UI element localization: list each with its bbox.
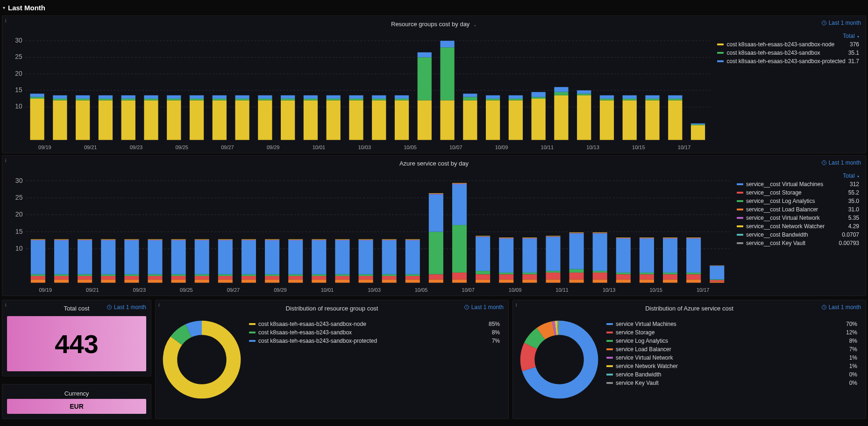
legend-item[interactable]: cost k8saas-teh-esaas-b243-sandbox35.1 xyxy=(715,49,861,57)
svg-rect-68 xyxy=(463,100,477,140)
legend-header[interactable]: Total ▾ xyxy=(735,172,861,180)
bar-chart[interactable]: 1015202530 xyxy=(7,32,711,144)
legend-item[interactable]: service Key Vault0% xyxy=(605,379,859,387)
svg-rect-227 xyxy=(476,274,490,279)
time-range-badge[interactable]: Last 1 month xyxy=(107,304,146,310)
svg-rect-189 xyxy=(312,239,326,239)
svg-rect-230 xyxy=(476,236,490,237)
legend-item[interactable]: service__cost Network Watcher4.29 xyxy=(735,222,861,231)
legend-item[interactable]: service Virtual Network1% xyxy=(605,354,859,362)
svg-rect-271 xyxy=(640,238,654,273)
svg-rect-266 xyxy=(616,238,631,238)
info-icon[interactable]: i xyxy=(5,18,6,23)
legend-label: service__cost Load Balancer xyxy=(746,206,846,213)
svg-rect-89 xyxy=(623,100,637,140)
clock-icon xyxy=(821,20,827,26)
svg-rect-150 xyxy=(171,274,186,276)
svg-rect-183 xyxy=(288,239,303,239)
legend-item[interactable]: cost k8saas-teh-esaas-b243-sandbox-prote… xyxy=(715,57,861,65)
svg-rect-155 xyxy=(195,276,209,279)
info-icon[interactable]: i xyxy=(516,302,517,308)
svg-rect-274 xyxy=(663,279,677,282)
x-tick-label: 10/15 xyxy=(633,287,680,293)
panel-title-text: Azure service cost by day xyxy=(399,160,469,167)
legend-label: service__cost Log Analytics xyxy=(746,198,846,204)
info-icon[interactable]: i xyxy=(5,158,6,163)
panel-title[interactable]: Resource groups cost by day ⌄ xyxy=(391,21,477,28)
svg-rect-26 xyxy=(144,100,158,140)
legend-item[interactable]: cost k8saas-teh-esaas-b243-sandbox-node3… xyxy=(715,40,861,49)
time-range-text: Last 1 month xyxy=(471,304,504,310)
legend-value: 12% xyxy=(846,329,857,336)
legend-label: service__cost Network Watcher xyxy=(746,223,846,230)
legend-label: service Log Analytics xyxy=(616,338,847,344)
legend-item[interactable]: service__cost Virtual Network5.35 xyxy=(735,214,861,222)
info-icon[interactable]: i xyxy=(5,302,6,308)
legend-item[interactable]: service__cost Virtual Machines312 xyxy=(735,180,861,188)
x-axis-labels: 09/1909/2109/2309/2509/2709/2910/0110/03… xyxy=(7,286,731,293)
legend-swatch xyxy=(717,43,724,45)
svg-rect-225 xyxy=(452,183,467,183)
time-range-badge[interactable]: Last 1 month xyxy=(821,159,861,166)
legend-item[interactable]: cost k8saas-teh-esaas-b243-sandbox-prote… xyxy=(247,337,502,345)
svg-rect-286 xyxy=(710,282,724,282)
svg-rect-125 xyxy=(78,276,92,279)
chevron-down-icon: ⌄ xyxy=(473,22,477,27)
svg-rect-144 xyxy=(148,274,162,276)
panel-distribution-azure-service: i Distribution of Azure service cost Las… xyxy=(512,300,866,419)
svg-rect-264 xyxy=(616,273,631,274)
svg-rect-25 xyxy=(121,95,135,99)
time-range-badge[interactable]: Last 1 month xyxy=(821,304,861,310)
legend-item[interactable]: service Bandwidth0% xyxy=(605,370,859,379)
legend-item[interactable]: service__cost Key Vault0.00793 xyxy=(735,239,861,247)
svg-rect-54 xyxy=(349,99,363,101)
legend-item[interactable]: service__cost Load Balancer31.0 xyxy=(735,205,861,214)
panel-currency: Currency EUR xyxy=(2,384,151,419)
svg-rect-60 xyxy=(395,99,409,101)
legend-item[interactable]: service Virtual Machines70% xyxy=(605,320,859,328)
svg-rect-86 xyxy=(600,100,614,140)
legend-item[interactable]: service Storage12% xyxy=(605,328,859,337)
svg-rect-220 xyxy=(452,279,467,282)
legend-item[interactable]: service Network Watcher1% xyxy=(605,362,859,370)
legend-value: 0.00793 xyxy=(839,240,859,246)
svg-rect-36 xyxy=(213,99,227,101)
time-range-badge[interactable]: Last 1 month xyxy=(821,20,861,26)
legend-item[interactable]: service__cost Storage55.2 xyxy=(735,188,861,197)
legend-swatch xyxy=(737,192,743,194)
svg-rect-210 xyxy=(406,274,420,276)
svg-rect-174 xyxy=(265,274,279,276)
svg-rect-208 xyxy=(406,279,420,282)
legend-item[interactable]: service Log Analytics8% xyxy=(605,337,859,345)
panel-title[interactable]: Azure service cost by day xyxy=(399,160,469,167)
bar-chart[interactable]: 1015202530 xyxy=(7,172,731,286)
svg-rect-69 xyxy=(463,97,477,100)
legend-item[interactable]: cost k8saas-teh-esaas-b243-sandbox-node8… xyxy=(247,320,502,328)
time-range-badge[interactable]: Last 1 month xyxy=(464,304,504,310)
legend-header[interactable]: Total ▾ xyxy=(715,32,861,40)
svg-rect-90 xyxy=(623,99,637,101)
svg-rect-280 xyxy=(686,279,701,282)
svg-rect-77 xyxy=(532,99,546,140)
svg-rect-11 xyxy=(30,99,44,140)
row-header-last-month[interactable]: ▾ Last Month xyxy=(2,2,866,14)
svg-rect-140 xyxy=(124,240,139,240)
svg-rect-16 xyxy=(53,95,67,99)
legend-item[interactable]: service__cost Log Analytics35.0 xyxy=(735,197,861,205)
svg-rect-267 xyxy=(616,238,631,238)
info-icon[interactable]: i xyxy=(158,302,159,308)
time-range-text: Last 1 month xyxy=(829,304,861,310)
svg-rect-39 xyxy=(235,99,249,101)
svg-rect-180 xyxy=(288,274,303,276)
svg-rect-244 xyxy=(546,279,560,282)
legend-label: cost k8saas-teh-esaas-b243-sandbox-node xyxy=(258,321,486,327)
legend-item[interactable]: cost k8saas-teh-esaas-b243-sandbox8% xyxy=(247,328,502,337)
svg-rect-173 xyxy=(265,276,279,279)
donut-chart[interactable] xyxy=(162,320,242,399)
legend-item[interactable]: service__cost Bandwidth0.0707 xyxy=(735,231,861,239)
donut-chart[interactable] xyxy=(519,320,599,399)
svg-rect-98 xyxy=(691,125,705,140)
svg-rect-171 xyxy=(242,239,256,239)
x-tick-label: 10/03 xyxy=(351,287,398,293)
legend-item[interactable]: service Load Balancer7% xyxy=(605,345,859,354)
